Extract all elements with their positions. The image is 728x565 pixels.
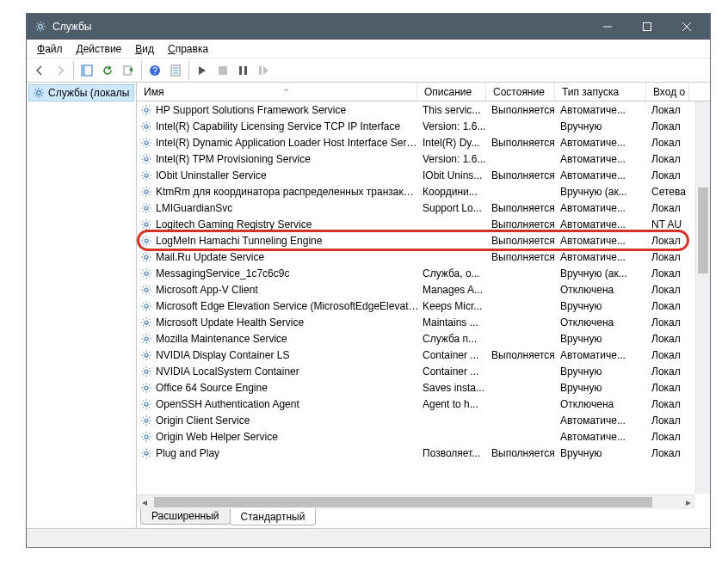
- table-row[interactable]: HP Support Solutions Framework ServiceTh…: [137, 101, 693, 118]
- service-startup: Вручную: [557, 333, 648, 345]
- table-row[interactable]: IObit Uninstaller ServiceIObit Unins...В…: [137, 167, 693, 183]
- service-desc: Intel(R) Dy...: [419, 137, 488, 149]
- help-button[interactable]: ?: [145, 61, 164, 80]
- svg-point-19: [145, 107, 148, 111]
- svg-point-39: [145, 434, 148, 438]
- menu-action[interactable]: Действие: [70, 43, 129, 55]
- restart-service-button[interactable]: [255, 61, 274, 80]
- horizontal-scrollbar[interactable]: ◂ ▸: [137, 494, 695, 509]
- service-name: KtmRm для координатора распределенных тр…: [156, 186, 419, 198]
- service-startup: Автоматиче...: [557, 218, 648, 230]
- column-startup[interactable]: Тип запуска: [555, 83, 646, 101]
- vertical-scrollbar[interactable]: [695, 101, 710, 494]
- menu-file[interactable]: Файл: [30, 43, 70, 55]
- scrollbar-thumb[interactable]: [154, 497, 652, 507]
- service-desc: Координи...: [419, 186, 488, 198]
- tree-pane[interactable]: Службы (локалы: [27, 83, 137, 528]
- column-description[interactable]: Описание: [417, 83, 486, 101]
- table-row[interactable]: LogMeIn Hamachi Tunneling EngineВыполняе…: [137, 232, 693, 249]
- table-row[interactable]: MessagingService_1c7c6c9cСлужба, о...Вру…: [137, 265, 693, 281]
- svg-point-29: [145, 271, 148, 274]
- svg-rect-7: [124, 66, 131, 75]
- table-row[interactable]: Intel(R) Capability Licensing Service TC…: [137, 118, 693, 134]
- scroll-right-icon[interactable]: ▸: [681, 495, 695, 509]
- window-title: Службы: [52, 21, 588, 33]
- table-row[interactable]: Plug and PlayПозволяет...ВыполняетсяВруч…: [137, 445, 693, 461]
- tree-item-services[interactable]: Службы (локалы: [28, 84, 134, 101]
- tab-extended[interactable]: Расширенный: [140, 508, 231, 525]
- table-row[interactable]: Office 64 Source EngineSaves insta...Вру…: [137, 379, 693, 396]
- tab-standard[interactable]: Стандартный: [230, 508, 317, 525]
- table-row[interactable]: LMIGuardianSvcSupport Lo...ВыполняетсяАв…: [137, 200, 693, 216]
- tree-item-label: Службы (локалы: [48, 87, 129, 99]
- start-service-button[interactable]: [193, 61, 212, 80]
- gear-icon: [140, 153, 152, 165]
- minimize-button[interactable]: [588, 14, 627, 40]
- table-row[interactable]: NVIDIA LocalSystem ContainerContainer ..…: [137, 363, 693, 379]
- service-startup: Вручную: [557, 300, 648, 312]
- service-name: LogMeIn Hamachi Tunneling Engine: [156, 235, 419, 247]
- service-startup: Автоматиче...: [557, 104, 648, 116]
- show-hide-tree-button[interactable]: [77, 61, 96, 80]
- table-row[interactable]: Microsoft App-V ClientManages A...Отключ…: [137, 281, 693, 298]
- gear-icon: [140, 349, 152, 361]
- menu-view[interactable]: Вид: [128, 43, 161, 55]
- export-button[interactable]: [119, 61, 138, 80]
- table-row[interactable]: Logitech Gaming Registry ServiceВыполняе…: [137, 216, 693, 232]
- service-name: NVIDIA Display Container LS: [156, 349, 419, 361]
- service-startup: Автоматиче...: [557, 431, 648, 443]
- svg-point-34: [145, 353, 148, 356]
- service-name: Microsoft Update Health Service: [156, 316, 419, 329]
- svg-point-33: [145, 336, 148, 340]
- service-startup: Автоматиче...: [557, 251, 648, 263]
- menu-help[interactable]: Справка: [161, 43, 215, 55]
- table-row[interactable]: KtmRm для координатора распределенных тр…: [137, 183, 693, 200]
- table-row[interactable]: Mail.Ru Update ServiceВыполняетсяАвтомат…: [137, 249, 693, 265]
- gear-icon: [140, 235, 152, 247]
- status-bar: [27, 528, 710, 547]
- gear-icon: [140, 169, 152, 181]
- column-name[interactable]: Имя ⌃: [137, 83, 417, 101]
- gear-icon: [33, 87, 45, 99]
- service-name: Office 64 Source Engine: [156, 382, 419, 394]
- service-desc: Agent to h...: [419, 398, 488, 410]
- maximize-button[interactable]: [627, 14, 667, 40]
- table-row[interactable]: OpenSSH Authentication AgentAgent to h..…: [137, 396, 693, 412]
- table-row[interactable]: Intel(R) Dynamic Application Loader Host…: [137, 134, 693, 150]
- table-row[interactable]: Origin Web Helper ServiceАвтоматиче...Ло…: [137, 428, 693, 445]
- table-row[interactable]: Origin Client ServiceАвтоматиче...Локал: [137, 412, 693, 428]
- svg-point-20: [145, 124, 148, 127]
- column-status[interactable]: Состояние: [486, 83, 555, 101]
- table-row[interactable]: Mozilla Maintenance ServiceСлужба п...Вр…: [137, 330, 693, 347]
- close-button[interactable]: [667, 14, 706, 40]
- properties-button[interactable]: [166, 61, 185, 80]
- gear-icon: [140, 202, 152, 214]
- service-status: Выполняется: [488, 349, 557, 361]
- forward-button[interactable]: [51, 61, 70, 80]
- svg-point-32: [145, 320, 148, 323]
- pause-service-button[interactable]: [234, 61, 253, 80]
- table-row[interactable]: NVIDIA Display Container LSContainer ...…: [137, 347, 693, 363]
- gear-icon: [140, 382, 152, 394]
- titlebar[interactable]: Службы: [27, 14, 710, 40]
- table-row[interactable]: Microsoft Update Health ServiceMaintains…: [137, 314, 693, 330]
- service-logon: Локал: [648, 365, 691, 378]
- toolbar-separator: [188, 61, 189, 80]
- stop-service-button[interactable]: [213, 61, 232, 80]
- scrollbar-thumb[interactable]: [698, 187, 708, 273]
- table-row[interactable]: Microsoft Edge Elevation Service (Micros…: [137, 298, 693, 314]
- back-button[interactable]: [30, 61, 49, 80]
- service-desc: This servic...: [419, 104, 488, 116]
- column-logon[interactable]: Вход о: [646, 83, 689, 101]
- services-list[interactable]: HP Support Solutions Framework ServiceTh…: [137, 101, 710, 509]
- service-logon: Локал: [648, 415, 691, 427]
- table-row[interactable]: Intel(R) TPM Provisioning ServiceVersion…: [137, 150, 693, 167]
- service-name: Origin Client Service: [156, 415, 419, 427]
- service-name: Plug and Play: [156, 447, 419, 459]
- svg-point-36: [145, 385, 148, 389]
- scroll-left-icon[interactable]: ◂: [137, 495, 151, 509]
- svg-point-40: [145, 451, 148, 454]
- service-status: Выполняется: [488, 235, 557, 247]
- refresh-button[interactable]: [98, 61, 117, 80]
- svg-rect-16: [244, 66, 247, 75]
